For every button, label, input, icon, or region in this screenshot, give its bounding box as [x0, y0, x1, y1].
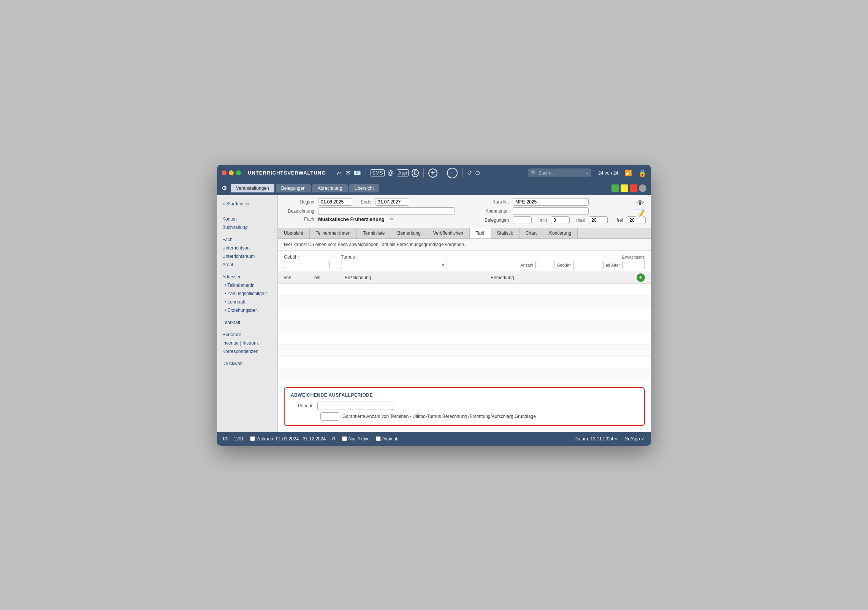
sidebar-item-korrespondenzen[interactable]: Korrespondenzen — [217, 347, 277, 356]
table-row — [278, 308, 651, 320]
at-icon[interactable]: @ — [388, 170, 394, 176]
separator — [423, 168, 424, 178]
tab-teilnehmer[interactable]: Teilnehmer:innen — [310, 228, 357, 238]
sidebar-item-druckwahl[interactable]: Druckwahl — [217, 359, 277, 368]
main-window: UNTERRICHTSVERWALTUNG 🖨 ✉ 📧 SMS @ App € … — [217, 165, 651, 446]
footer-id-label: ID — [223, 436, 228, 442]
belegungen-row: Belegungen min max frei — [482, 216, 632, 224]
sidebar-item-areal[interactable]: Areal — [217, 261, 277, 269]
sidebar-item-fach[interactable]: Fach — [217, 235, 277, 244]
sms-icon[interactable]: SMS — [371, 169, 384, 176]
search-input[interactable] — [539, 170, 584, 176]
gebuehr2-label: Gebühr — [557, 263, 571, 267]
anzahl-label: Anzahl — [520, 263, 533, 267]
anzahl-input[interactable] — [535, 261, 554, 269]
note-icon[interactable]: 📝 — [635, 209, 645, 218]
sidebar-item-inventar[interactable]: Inventar | Instrum. — [217, 339, 277, 347]
sidebar-item-zahlungspflichtige[interactable]: • Zahlungspflichtige:r — [217, 289, 277, 298]
min-input[interactable] — [551, 216, 570, 224]
footer-id-value: 1201 — [234, 436, 244, 442]
euro-icon[interactable]: € — [412, 169, 419, 177]
sidebar-item-unterrichtsort[interactable]: Unterrichtsort — [217, 244, 277, 252]
table-header: von bis Bezeichnung Bemerkung + — [278, 272, 651, 284]
ende-input[interactable] — [375, 198, 409, 206]
mail-outline-icon[interactable]: ✉ — [345, 169, 350, 176]
kommentar-row: Kommentar — [482, 207, 632, 215]
periode-input[interactable] — [317, 402, 393, 410]
kommentar-input[interactable] — [513, 207, 589, 215]
aktiv-ab-check[interactable] — [376, 436, 381, 441]
bezeichnung-input[interactable] — [318, 207, 455, 215]
tab-belegungen[interactable]: Belegungen — [276, 184, 311, 192]
plus-circle-icon[interactable]: + — [428, 168, 437, 178]
beginn-row: Beginn Ende — [284, 198, 475, 206]
tab-veroeffentlichen[interactable]: Veröffentlichen — [427, 228, 470, 238]
table-rows — [278, 284, 651, 381]
content-area: Beginn Ende Bezeichnung Fach Musikalisch… — [278, 195, 651, 432]
sidebar-back[interactable]: < Startfenster — [217, 199, 277, 209]
sidebar-item-erziehungsber[interactable]: • Erziehungsber. — [217, 306, 277, 315]
garantierte-input[interactable] — [320, 412, 339, 421]
add-row-button[interactable]: + — [637, 273, 645, 282]
nur-aktive-check[interactable] — [342, 436, 347, 441]
tab-veranstaltungen[interactable]: Veranstaltungen — [231, 184, 274, 192]
inner-tabs: Übersicht Teilnehmer:innen Terminliste B… — [278, 228, 651, 239]
ende-label: Ende — [356, 199, 371, 205]
gebuehr2-input[interactable] — [573, 261, 603, 269]
kurs-label: Kurs Nr. — [482, 199, 509, 205]
arrow-left-icon[interactable]: ← — [447, 168, 458, 178]
gebuehr-input[interactable] — [284, 261, 329, 269]
tab-uebersicht[interactable]: Übersicht — [349, 184, 379, 192]
zeitraum-value: 01.01.2024 - 31.12.2024 — [276, 436, 326, 442]
sidebar-item-lehrkraft-sub[interactable]: • Lehrkraft — [217, 298, 277, 306]
sidebar-item-teilnehmer[interactable]: • Teilnehmer:in — [217, 281, 277, 289]
sidebar-item-buchhaltung[interactable]: Buchhaltung — [217, 223, 277, 232]
minimize-button[interactable] — [229, 170, 234, 175]
tab-uebersicht[interactable]: Übersicht — [278, 228, 310, 238]
gear-icon[interactable]: ⚙ — [222, 184, 227, 192]
help-icon[interactable]: ⊙ — [475, 169, 480, 176]
max-input[interactable] — [589, 216, 608, 224]
mail-icon[interactable]: 📧 — [353, 169, 361, 176]
sidebar-item-konten[interactable]: Konten — [217, 215, 277, 223]
periode-row: Periode — [291, 402, 638, 410]
lock-icon: 🔒 — [638, 169, 646, 177]
tab-terminliste[interactable]: Terminliste — [357, 228, 391, 238]
tab-kontierung[interactable]: Kontierung — [543, 228, 578, 238]
tab-statistik[interactable]: Statistik — [491, 228, 520, 238]
sidebar-item-honorare[interactable]: Honorare — [217, 330, 277, 339]
table-row — [278, 296, 651, 308]
belegungen-input[interactable] — [513, 216, 532, 224]
sidebar-item-unterrichtsraum[interactable]: Unterrichtsraum — [217, 252, 277, 261]
nur-aktive-label: Nur-Aktive — [348, 436, 370, 442]
beginn-input[interactable] — [318, 198, 352, 206]
toolbar-icons: 🖨 ✉ 📧 SMS @ App € + ← ↺ ⊙ — [336, 168, 524, 178]
close-button[interactable] — [222, 170, 227, 175]
garantierte-text: Garantierte Anzahl von Terminen / Ultimo… — [342, 414, 536, 419]
maximize-button[interactable] — [236, 170, 241, 175]
table-row — [278, 320, 651, 332]
tab-abrechnung[interactable]: Abrechnung — [312, 184, 348, 192]
footer-gear-icon[interactable]: ⚙ — [332, 436, 336, 442]
print-icon[interactable]: 🖨 — [336, 170, 342, 176]
go-app-button[interactable]: Go/App ✓ — [624, 436, 645, 442]
page-count: 24 von 24 — [598, 170, 618, 176]
tab-bemerkung[interactable]: Bemerkung — [391, 228, 427, 238]
sidebar-item-lehrkraft[interactable]: Lehrkraft — [217, 318, 277, 327]
turnus-select[interactable] — [341, 261, 447, 269]
pencil-icon[interactable]: ✏ — [390, 216, 394, 222]
tab-chart[interactable]: Chart — [520, 228, 543, 238]
separator — [366, 168, 366, 178]
kurs-input[interactable] — [513, 198, 589, 206]
erwachsene-area: Erwachsene Anzahl Gebühr ab Alter — [520, 255, 645, 269]
table-row — [278, 332, 651, 345]
col-bemerkung-header: Bemerkung — [491, 275, 637, 280]
ab-alter-input[interactable] — [622, 261, 645, 269]
eye-icon[interactable]: 👁 — [637, 199, 644, 208]
beginn-label: Beginn — [284, 199, 314, 205]
app-icon[interactable]: App — [397, 169, 409, 176]
refresh-icon[interactable]: ↺ — [467, 169, 472, 176]
search-bar[interactable]: 🔍 ≡ — [528, 168, 592, 177]
tab-tarif[interactable]: Tarif — [470, 228, 491, 238]
zeitraum-check[interactable] — [250, 436, 255, 441]
